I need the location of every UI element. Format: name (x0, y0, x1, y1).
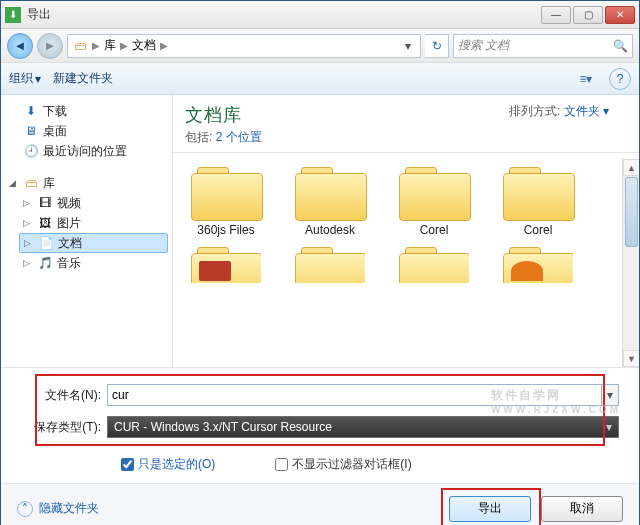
folder-item[interactable]: Autodesk (285, 163, 375, 237)
form-area: 文件名(N): ▾ 保存类型(T): CUR - Windows 3.x/NT … (1, 367, 639, 483)
folder-item[interactable] (285, 243, 375, 283)
folder-icon (503, 163, 573, 219)
no-filter-dialog-checkbox[interactable]: 不显示过滤器对话框(I) (275, 456, 411, 473)
sidebar-item-music[interactable]: ▷🎵音乐 (19, 253, 168, 273)
forward-button[interactable]: ► (37, 33, 63, 59)
refresh-button[interactable]: ↻ (425, 34, 449, 58)
folder-item[interactable]: Corel (389, 163, 479, 237)
vertical-scrollbar[interactable]: ▲ ▼ (622, 159, 639, 367)
expand-icon[interactable]: ▷ (23, 218, 33, 228)
filename-input[interactable] (107, 384, 602, 406)
folder-item[interactable]: 360js Files (181, 163, 271, 237)
close-button[interactable]: ✕ (605, 6, 635, 24)
music-icon: 🎵 (37, 255, 53, 271)
filename-row: 文件名(N): ▾ (21, 382, 619, 408)
only-selected-checkbox[interactable]: 只是选定的(O) (121, 456, 215, 473)
collapse-icon[interactable]: ◢ (9, 178, 19, 188)
sidebar: ⬇下载 🖥桌面 🕘最近访问的位置 ◢🗃库 ▷🎞视频 ▷🖼图片 ▷📄文档 ▷🎵音乐 (1, 95, 173, 367)
folder-icon (191, 163, 261, 219)
picture-icon: 🖼 (37, 215, 53, 231)
folder-icon (295, 163, 365, 219)
hide-folders-button[interactable]: ˄ 隐藏文件夹 (17, 500, 99, 517)
library-subtitle: 包括: 2 个位置 (185, 129, 627, 146)
content-pane: 文档库 包括: 2 个位置 排列方式: 文件夹 ▾ 360js Files Au… (173, 95, 639, 367)
expand-icon[interactable]: ▷ (24, 238, 34, 248)
filetype-combo[interactable]: CUR - Windows 3.x/NT Cursor Resource ▾ (107, 416, 619, 438)
folder-item[interactable] (181, 243, 271, 283)
new-folder-button[interactable]: 新建文件夹 (53, 70, 113, 87)
sort-mode-link[interactable]: 文件夹 ▾ (564, 104, 609, 118)
download-icon: ⬇ (23, 103, 39, 119)
library-icon: 🗃 (72, 38, 88, 54)
expand-icon[interactable]: ▷ (23, 258, 33, 268)
dialog-body: ⬇下载 🖥桌面 🕘最近访问的位置 ◢🗃库 ▷🎞视频 ▷🖼图片 ▷📄文档 ▷🎵音乐… (1, 95, 639, 367)
chevron-up-icon: ˄ (17, 501, 33, 517)
filetype-label: 保存类型(T): (21, 419, 107, 436)
breadcrumb[interactable]: 🗃 ▶ 库 ▶ 文档 ▶ ▾ (67, 34, 421, 58)
sort-row: 排列方式: 文件夹 ▾ (509, 103, 609, 120)
organize-button[interactable]: 组织 ▾ (9, 70, 41, 87)
export-button[interactable]: 导出 (449, 496, 531, 522)
breadcrumb-dropdown[interactable]: ▾ (400, 39, 416, 53)
recent-icon: 🕘 (23, 143, 39, 159)
sidebar-item-videos[interactable]: ▷🎞视频 (19, 193, 168, 213)
chevron-down-icon: ▾ (606, 420, 612, 434)
locations-link[interactable]: 2 个位置 (216, 130, 262, 144)
window-title: 导出 (27, 6, 539, 23)
sidebar-item-recent[interactable]: 🕘最近访问的位置 (5, 141, 168, 161)
titlebar: ⬇ 导出 — ▢ ✕ (1, 1, 639, 29)
sidebar-item-downloads[interactable]: ⬇下载 (5, 101, 168, 121)
sidebar-item-pictures[interactable]: ▷🖼图片 (19, 213, 168, 233)
search-placeholder: 搜索 文档 (458, 37, 509, 54)
footer: ˄ 隐藏文件夹 导出 取消 (1, 483, 639, 525)
filetype-row: 保存类型(T): CUR - Windows 3.x/NT Cursor Res… (21, 414, 619, 440)
divider (173, 152, 639, 153)
scroll-up-button[interactable]: ▲ (623, 159, 639, 176)
folder-icon (503, 243, 573, 283)
search-input[interactable]: 搜索 文档 🔍 (453, 34, 633, 58)
folder-icon (399, 243, 469, 283)
filename-label: 文件名(N): (21, 387, 107, 404)
folder-grid[interactable]: 360js Files Autodesk Corel Corel ▲ ▼ (173, 159, 639, 367)
breadcrumb-current[interactable]: 文档 (132, 37, 156, 54)
view-mode-button[interactable]: ≡▾ (575, 68, 597, 90)
folder-item[interactable] (493, 243, 583, 283)
library-icon: 🗃 (23, 175, 39, 191)
minimize-button[interactable]: — (541, 6, 571, 24)
folder-item[interactable] (389, 243, 479, 283)
filename-dropdown[interactable]: ▾ (602, 384, 619, 406)
maximize-button[interactable]: ▢ (573, 6, 603, 24)
export-dialog: ⬇ 导出 — ▢ ✕ ◄ ► 🗃 ▶ 库 ▶ 文档 ▶ ▾ ↻ 搜索 文档 🔍 … (0, 0, 640, 525)
nav-row: ◄ ► 🗃 ▶ 库 ▶ 文档 ▶ ▾ ↻ 搜索 文档 🔍 (1, 29, 639, 63)
sidebar-item-libraries[interactable]: ◢🗃库 (5, 173, 168, 193)
back-button[interactable]: ◄ (7, 33, 33, 59)
app-icon: ⬇ (5, 7, 21, 23)
help-button[interactable]: ? (609, 68, 631, 90)
toolbar: 组织 ▾ 新建文件夹 ≡▾ ? (1, 63, 639, 95)
chevron-right-icon: ▶ (160, 40, 168, 51)
chevron-down-icon: ▾ (35, 72, 41, 86)
chevron-right-icon: ▶ (92, 40, 100, 51)
expand-icon[interactable]: ▷ (23, 198, 33, 208)
checkbox-row: 只是选定的(O) 不显示过滤器对话框(I) (21, 446, 619, 477)
cancel-button[interactable]: 取消 (541, 496, 623, 522)
scroll-down-button[interactable]: ▼ (623, 350, 639, 367)
search-icon: 🔍 (613, 39, 628, 53)
folder-item[interactable]: Corel (493, 163, 583, 237)
video-icon: 🎞 (37, 195, 53, 211)
breadcrumb-root[interactable]: 库 (104, 37, 116, 54)
sidebar-item-desktop[interactable]: 🖥桌面 (5, 121, 168, 141)
folder-icon (295, 243, 365, 283)
desktop-icon: 🖥 (23, 123, 39, 139)
document-icon: 📄 (38, 235, 54, 251)
sidebar-item-documents[interactable]: ▷📄文档 (19, 233, 168, 253)
scroll-thumb[interactable] (625, 177, 638, 247)
folder-icon (399, 163, 469, 219)
folder-icon (191, 243, 261, 283)
chevron-right-icon: ▶ (120, 40, 128, 51)
